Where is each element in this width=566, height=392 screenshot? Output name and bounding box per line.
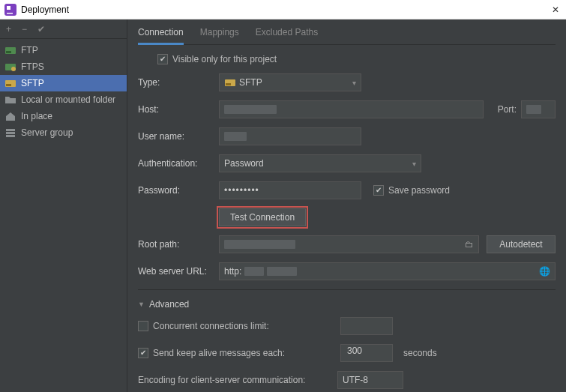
sidebar-item-label: FTPS [21, 61, 44, 72]
sidebar-item-label: In place [21, 111, 52, 121]
port-label: Port: [484, 104, 521, 115]
test-connection-button[interactable]: Test Connection [219, 208, 306, 226]
host-field[interactable] [219, 100, 484, 118]
folder-icon [4, 94, 16, 105]
sidebar-item-label: SFTP [21, 78, 44, 88]
host-label: Host: [138, 104, 219, 115]
encoding-label: Encoding for client-server communication… [138, 375, 337, 385]
svg-rect-2 [7, 13, 13, 14]
chevron-down-icon: ▾ [412, 160, 416, 168]
web-url-field[interactable]: http: 🌐 [219, 262, 556, 280]
sidebar-item-sftp[interactable]: SFTP [0, 75, 127, 91]
window-title: Deployment [21, 4, 550, 15]
type-value: SFTP [239, 77, 262, 88]
username-field[interactable] [219, 127, 361, 145]
advanced-toggle[interactable]: ▼ Advanced [138, 299, 556, 310]
sidebar-item-local[interactable]: Local or mounted folder [0, 91, 127, 108]
globe-icon[interactable]: 🌐 [539, 266, 550, 277]
concurrent-limit-field[interactable] [340, 317, 393, 335]
port-field[interactable] [521, 100, 556, 118]
remove-button[interactable]: − [22, 24, 27, 34]
divider [138, 289, 556, 290]
window-titlebar: Deployment ✕ [0, 0, 566, 19]
tabs: Connection Mappings Excluded Paths [138, 19, 556, 45]
close-icon[interactable]: ✕ [550, 4, 562, 15]
autodetect-button[interactable]: Autodetect [487, 235, 556, 253]
svg-rect-10 [6, 132, 15, 134]
keepalive-unit: seconds [403, 348, 437, 358]
svg-rect-8 [6, 84, 11, 86]
svg-rect-13 [226, 83, 231, 85]
type-select[interactable]: SFTP ▾ [219, 73, 361, 91]
auth-select[interactable]: Password ▾ [219, 154, 421, 172]
sidebar-item-label: Local or mounted folder [21, 94, 115, 105]
root-path-field[interactable]: 🗀 [219, 235, 479, 253]
sidebar-item-servergroup[interactable]: Server group [0, 124, 127, 141]
svg-rect-4 [6, 51, 11, 53]
settings-panel: Connection Mappings Excluded Paths Visib… [127, 19, 566, 392]
home-icon [4, 111, 16, 121]
keepalive-checkbox[interactable] [138, 348, 148, 358]
visible-only-label: Visible only for this project [172, 54, 277, 64]
sidebar-item-inplace[interactable]: In place [0, 108, 127, 124]
sidebar: + − ✔ FTP FTPS SFTP Local or mounted fol… [0, 19, 127, 392]
password-field[interactable]: ••••••••• [219, 181, 361, 199]
apply-button[interactable]: ✔ [37, 24, 45, 34]
sidebar-item-ftps[interactable]: FTPS [0, 58, 127, 75]
sidebar-toolbar: + − ✔ [0, 19, 127, 39]
type-label: Type: [138, 77, 219, 88]
auth-label: Authentication: [138, 158, 219, 169]
save-password-label: Save password [388, 185, 450, 196]
sftp-icon [4, 78, 16, 88]
chevron-down-icon: ▾ [352, 79, 356, 87]
advanced-header: Advanced [149, 299, 189, 310]
web-url-prefix: http: [224, 266, 241, 277]
password-value: ••••••••• [224, 185, 259, 196]
svg-rect-11 [6, 135, 15, 137]
visible-only-checkbox[interactable] [157, 54, 168, 64]
keepalive-field[interactable] [340, 344, 393, 362]
tab-excluded[interactable]: Excluded Paths [256, 19, 318, 45]
app-icon [4, 4, 16, 16]
tab-mappings[interactable]: Mappings [200, 19, 239, 45]
tab-connection[interactable]: Connection [138, 19, 184, 45]
root-path-label: Root path: [138, 239, 219, 250]
sidebar-item-label: Server group [21, 127, 73, 138]
save-password-checkbox[interactable] [373, 185, 384, 196]
concurrent-limit-checkbox[interactable] [138, 321, 148, 331]
add-button[interactable]: + [6, 24, 11, 34]
web-url-label: Web server URL: [138, 266, 219, 277]
user-label: User name: [138, 131, 219, 142]
concurrent-limit-label: Concurrent connections limit: [153, 321, 340, 331]
server-group-icon [4, 127, 16, 138]
password-label: Password: [138, 185, 219, 196]
encoding-select[interactable]: UTF-8 [337, 371, 403, 389]
browse-folder-icon[interactable]: 🗀 [465, 239, 474, 250]
ftp-icon [4, 45, 16, 55]
svg-rect-9 [6, 129, 15, 131]
svg-point-6 [11, 67, 16, 71]
server-list: FTP FTPS SFTP Local or mounted folder In… [0, 39, 127, 144]
svg-rect-1 [7, 6, 10, 10]
collapse-arrow-icon: ▼ [138, 301, 145, 308]
auth-value: Password [224, 158, 264, 169]
sftp-icon [224, 77, 236, 88]
encoding-value: UTF-8 [343, 375, 368, 385]
keepalive-label: Send keep alive messages each: [153, 348, 340, 358]
ftps-icon [4, 61, 16, 72]
sidebar-item-label: FTP [21, 45, 38, 55]
sidebar-item-ftp[interactable]: FTP [0, 42, 127, 58]
